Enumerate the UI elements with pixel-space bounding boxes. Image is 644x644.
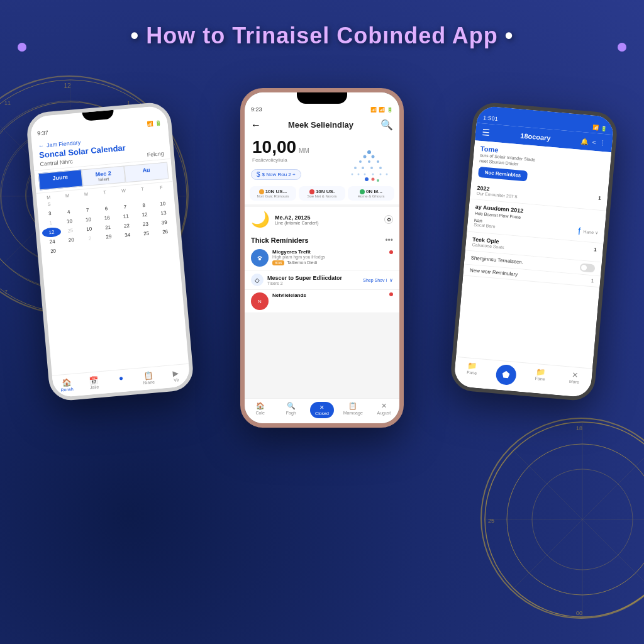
right-phone-header-icons: 🔔 < ⋮ <box>580 137 606 146</box>
center-phone-event: 🌙 Me.A2, 20125 Line (Intomie Cander!) ⚙ <box>245 207 399 232</box>
center-section-2: N Netvlielelands <box>245 290 399 313</box>
left-phone-status-icons: 📶🔋 <box>147 120 162 127</box>
center-stat-2[interactable]: 10N US. Soe Net & Norors <box>299 186 345 201</box>
svg-point-44 <box>372 174 374 175</box>
section2-text: Netvlielelands <box>272 292 386 298</box>
page-title: • How to Trinaisel Cobınded App • <box>0 23 644 49</box>
center-section-1[interactable]: ◇ Mescer to Super Edliicdator Tisers 2 S… <box>245 270 399 290</box>
svg-point-37 <box>354 167 357 169</box>
center-event-sub: Line (Intomie Cander!) <box>275 221 319 225</box>
center-phone-notch <box>297 92 347 104</box>
svg-point-36 <box>377 160 379 163</box>
center-nav-home[interactable]: 🏠 Cole <box>245 402 275 418</box>
svg-point-41 <box>352 174 353 175</box>
reminders-more-icon[interactable]: ••• <box>385 236 393 245</box>
phones-area: 9:37 📶🔋 ← Jam Fiendary Soncal Solar Cale… <box>0 75 644 644</box>
more-icon[interactable]: ⋮ <box>599 139 606 147</box>
left-nav-more[interactable]: ▶ Ve <box>162 368 190 384</box>
cal-cell <box>100 241 119 252</box>
facebook-icon: f <box>577 226 581 237</box>
center-phone-bottom-nav: 🏠 Cole 🔍 Fagh ✕ Closed 📋 Mamoage <box>245 398 399 423</box>
toggle-switch[interactable] <box>580 264 596 273</box>
svg-point-49 <box>377 179 379 182</box>
left-phone: 9:37 📶🔋 ← Jam Fiendary Soncal Solar Cale… <box>25 101 194 402</box>
section2-dot <box>389 292 393 296</box>
left-nav-calendar[interactable]: 📅 Jaile <box>80 375 108 391</box>
section-sub: Tisers 2 <box>267 281 342 286</box>
bell-icon[interactable]: 🔔 <box>580 137 589 145</box>
right-phone-header-title: 18ocoary <box>520 131 551 142</box>
cal-cell[interactable]: 20 <box>43 246 63 257</box>
center-phone-search[interactable]: 🔍 <box>380 119 393 131</box>
reminder-badge: 80i6 <box>272 260 284 265</box>
svg-point-35 <box>368 160 370 163</box>
reminder-dot <box>389 250 393 254</box>
left-phone-sub-right: Felcng <box>147 150 164 158</box>
event-settings-icon[interactable]: ⚙ <box>384 215 393 224</box>
left-phone-tab-3[interactable]: Au <box>125 162 169 183</box>
right-phone: 1:S01 📶🔋 ☰ 18ocoary 🔔 < ⋮ Tome ours of S… <box>449 101 618 402</box>
cal-cell[interactable]: 25 <box>136 228 156 240</box>
reminder-avatar <box>251 249 269 267</box>
svg-point-31 <box>367 150 371 154</box>
center-phone-reminders-header: Thick Remíniders ••• <box>245 232 399 246</box>
cal-cell[interactable]: 26 <box>155 226 175 238</box>
left-phone-tab-1[interactable]: Juure <box>38 170 83 191</box>
center-nav-search[interactable]: 🔍 Fagh <box>275 402 306 418</box>
svg-point-40 <box>379 167 382 169</box>
center-event-title: Me.A2, 20125 <box>275 214 319 221</box>
right-nav-active[interactable]: ⬟ <box>488 364 524 387</box>
center-stat-3[interactable]: 0N M... Home & Ghours <box>348 186 394 201</box>
svg-point-34 <box>359 160 362 163</box>
svg-point-33 <box>372 155 375 158</box>
center-phone-amount-unit: MM <box>299 147 309 154</box>
center-phone-amount: 10,00 <box>252 137 296 157</box>
left-phone-bottom-nav: 🏠 Ronsh 📅 Jaile ● 📋 Niane ▶ Ve <box>52 364 191 398</box>
left-phone-back-icon[interactable]: ← <box>38 143 45 150</box>
svg-point-46 <box>386 174 388 175</box>
moon-icon: 🌙 <box>251 211 270 228</box>
center-reminder-item-1: Micgyeres Trefit High plam hgm you iHodg… <box>245 246 399 270</box>
svg-point-39 <box>370 167 373 169</box>
back-icon[interactable]: < <box>592 138 596 145</box>
cal-cell[interactable]: 34 <box>118 230 137 241</box>
svg-point-51 <box>258 258 261 260</box>
left-phone-time: 9:37 <box>37 130 48 136</box>
section-icon: ◇ <box>251 274 264 286</box>
section-title: Mescer to Super Edliicdator <box>267 275 342 281</box>
right-nav-more[interactable]: ✕ More <box>556 369 592 393</box>
svg-point-47 <box>365 177 369 181</box>
left-nav-note[interactable]: 📋 Niane <box>135 370 163 386</box>
cal-cell <box>81 242 101 253</box>
center-phone-chart <box>349 149 393 187</box>
hamburger-icon[interactable]: ☰ <box>482 127 491 138</box>
section-chevron[interactable]: ∨ <box>389 277 393 283</box>
section-see-all[interactable]: Shep Shov i <box>363 278 387 282</box>
svg-point-48 <box>372 178 375 181</box>
left-phone-sub-left: Cantral Nihrc <box>40 158 73 168</box>
left-nav-home[interactable]: 🏠 Ronsh <box>52 377 80 393</box>
left-phone-tab-2[interactable]: Mec 2 lolert <box>81 166 126 187</box>
center-nav-manage[interactable]: 📋 Mamoage <box>338 402 369 418</box>
center-reminders-title: Thick Remíniders <box>251 236 309 244</box>
svg-point-42 <box>358 174 360 175</box>
svg-point-32 <box>364 155 367 158</box>
center-phone-tag1[interactable]: $ $ Now Rou 2 + <box>251 169 301 180</box>
cal-cell <box>62 244 82 255</box>
right-reminder-button[interactable]: Noc Reminbles <box>478 167 528 182</box>
center-stat-1[interactable]: 10N US... Nort Guic Rüinours <box>250 186 296 201</box>
right-nav-fane2[interactable]: 📁 Fane <box>522 366 558 390</box>
center-phone-time: 9:23 <box>251 106 262 113</box>
right-phone-bottom-nav: 📁 Fane ⬟ 📁 Fane ✕ More <box>453 357 592 398</box>
center-phone-back[interactable]: ← <box>251 119 261 131</box>
active-circle[interactable]: ⬟ <box>495 364 517 386</box>
section2-icon: N <box>251 292 269 310</box>
center-nav-august[interactable]: ✕ August <box>369 402 399 418</box>
reminder-text: Micgyeres Trefit High plam hgm you iHodg… <box>272 249 386 265</box>
left-nav-center[interactable]: ● <box>107 372 135 388</box>
cal-cell[interactable]: 1 <box>41 218 60 229</box>
center-nav-closed[interactable]: ✕ Closed <box>306 402 337 418</box>
right-nav-fane[interactable]: 📁 Fane <box>454 360 490 384</box>
center-phone-title: Meek Selieindlay <box>288 120 353 130</box>
center-phone-icons: 📶📶🔋 <box>370 107 393 113</box>
